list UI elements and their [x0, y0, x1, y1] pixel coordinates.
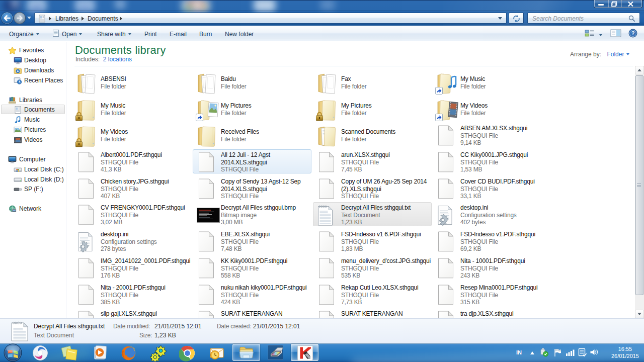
svg-text:?: ?	[631, 30, 635, 36]
